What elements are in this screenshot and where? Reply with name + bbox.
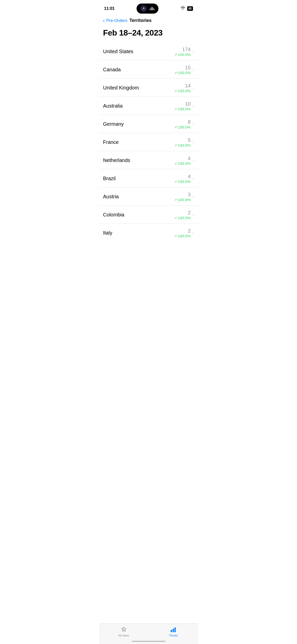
territory-stats: 10 ↗ 100.0% [174, 101, 191, 111]
territory-row[interactable]: United Kingdom 14 ↗ 100.0% › [99, 79, 198, 97]
territory-right: 4 ↗ 100.0% › [174, 173, 194, 184]
territory-right: 5 ↗ 100.0% › [174, 137, 194, 147]
audio-bars [149, 7, 155, 10]
status-bar: 11:01 80 [99, 0, 198, 16]
app-icon [140, 5, 147, 12]
territory-row[interactable]: United States 174 ↗ 100.0% › [99, 42, 198, 60]
territory-name: France [103, 139, 119, 145]
arrow-up-icon: ↗ [174, 125, 177, 129]
territory-pct: ↗ 100.0% [174, 52, 191, 57]
territory-pct: ↗ 100.0% [174, 107, 191, 111]
territory-name: Netherlands [103, 157, 130, 163]
territory-list: United States 174 ↗ 100.0% › Canada 15 ↗… [99, 42, 198, 242]
chevron-right-icon: › [193, 158, 194, 163]
territory-count: 2 [188, 228, 191, 234]
territory-name: Canada [103, 67, 121, 73]
territory-right: 4 ↗ 100.0% › [174, 155, 194, 166]
territory-count: 4 [188, 155, 191, 161]
territory-stats: 8 ↗ 100.0% [174, 119, 191, 129]
territory-stats: 5 ↗ 100.0% [174, 137, 191, 147]
territory-right: 3 ↗ 100.0% › [174, 191, 194, 202]
territory-name: Brazil [103, 176, 116, 181]
chevron-right-icon: › [193, 86, 194, 90]
territory-stats: 4 ↗ 100.0% [174, 173, 191, 184]
status-time: 11:01 [104, 6, 115, 11]
arrow-up-icon: ↗ [174, 89, 177, 93]
territory-list-container: United States 174 ↗ 100.0% › Canada 15 ↗… [99, 42, 198, 267]
battery-indicator: 80 [187, 6, 193, 11]
territory-name: Italy [103, 230, 112, 236]
territory-name: Austria [103, 194, 119, 200]
territory-row[interactable]: Brazil 4 ↗ 100.0% › [99, 169, 198, 187]
arrow-up-icon: ↗ [174, 180, 177, 184]
territory-name: United States [103, 49, 133, 54]
territory-right: 10 ↗ 100.0% › [174, 101, 194, 111]
chevron-right-icon: › [193, 68, 194, 72]
territory-pct: ↗ 100.0% [174, 143, 191, 147]
territory-count: 3 [188, 191, 191, 198]
back-label: Pre-Orders [106, 18, 127, 23]
status-right: 80 [181, 6, 193, 11]
chevron-right-icon: › [193, 140, 194, 145]
territory-pct: ↗ 100.0% [174, 234, 191, 238]
territory-row[interactable]: Australia 10 ↗ 100.0% › [99, 97, 198, 115]
territory-row[interactable]: Germany 8 ↗ 100.0% › [99, 115, 198, 133]
chevron-right-icon: › [193, 104, 194, 108]
territory-count: 8 [188, 119, 191, 125]
territory-pct: ↗ 100.0% [174, 125, 191, 129]
territory-right: 2 ↗ 100.0% › [174, 210, 194, 220]
territory-pct: ↗ 100.0% [174, 161, 191, 166]
territory-right: 2 ↗ 100.0% › [174, 228, 194, 238]
territory-right: 8 ↗ 100.0% › [174, 119, 194, 129]
territory-count: 4 [188, 173, 191, 179]
territory-pct: ↗ 100.0% [174, 179, 191, 184]
territory-pct: ↗ 100.0% [174, 198, 191, 202]
territory-pct: ↗ 100.0% [174, 71, 191, 75]
date-range: Feb 18–24, 2023 [103, 28, 194, 37]
territory-name: Germany [103, 121, 124, 127]
territory-stats: 2 ↗ 100.0% [174, 228, 191, 238]
arrow-up-icon: ↗ [174, 198, 177, 202]
chevron-right-icon: › [193, 176, 194, 181]
arrow-up-icon: ↗ [174, 107, 177, 111]
arrow-up-icon: ↗ [174, 143, 177, 147]
territory-name: Australia [103, 103, 123, 109]
territory-count: 15 [185, 65, 190, 71]
territory-stats: 3 ↗ 100.0% [174, 191, 191, 202]
territory-row[interactable]: Netherlands 4 ↗ 100.0% › [99, 151, 198, 169]
territory-stats: 4 ↗ 100.0% [174, 155, 191, 166]
territory-row[interactable]: Canada 15 ↗ 100.0% › [99, 60, 198, 79]
territory-pct: ↗ 100.0% [174, 89, 191, 93]
territory-stats: 2 ↗ 100.0% [174, 210, 191, 220]
chevron-right-icon: › [193, 213, 194, 217]
territory-stats: 14 ↗ 100.0% [174, 83, 191, 93]
arrow-up-icon: ↗ [174, 162, 177, 166]
territory-count: 14 [185, 83, 190, 89]
page-heading: Feb 18–24, 2023 [99, 26, 198, 42]
territory-count: 10 [185, 101, 190, 107]
territory-stats: 15 ↗ 100.0% [174, 65, 191, 75]
status-center [137, 4, 158, 14]
wifi-icon [181, 6, 185, 11]
territory-name: Colombia [103, 212, 124, 218]
territory-right: 14 ↗ 100.0% › [174, 83, 194, 93]
territory-name: United Kingdom [103, 85, 139, 91]
arrow-up-icon: ↗ [174, 71, 177, 75]
arrow-up-icon: ↗ [174, 53, 177, 57]
territory-stats: 174 ↗ 100.0% [174, 46, 191, 57]
chevron-right-icon: › [193, 195, 194, 199]
territory-count: 174 [182, 46, 190, 52]
back-button[interactable]: ‹ Pre-Orders [103, 18, 127, 23]
territory-row[interactable]: France 5 ↗ 100.0% › [99, 133, 198, 151]
territory-row[interactable]: Italy 2 ↗ 100.0% › [99, 224, 198, 242]
territory-right: 174 ↗ 100.0% › [174, 46, 194, 57]
territory-count: 2 [188, 210, 191, 216]
territory-row[interactable]: Austria 3 ↗ 100.0% › [99, 187, 198, 206]
territory-count: 5 [188, 137, 191, 143]
nav-bar: ‹ Pre-Orders Territories [99, 16, 198, 26]
svg-point-1 [143, 7, 144, 8]
chevron-right-icon: › [193, 231, 194, 235]
territory-row[interactable]: Colombia 2 ↗ 100.0% › [99, 206, 198, 224]
arrow-up-icon: ↗ [174, 234, 177, 238]
arrow-up-icon: ↗ [174, 216, 177, 220]
